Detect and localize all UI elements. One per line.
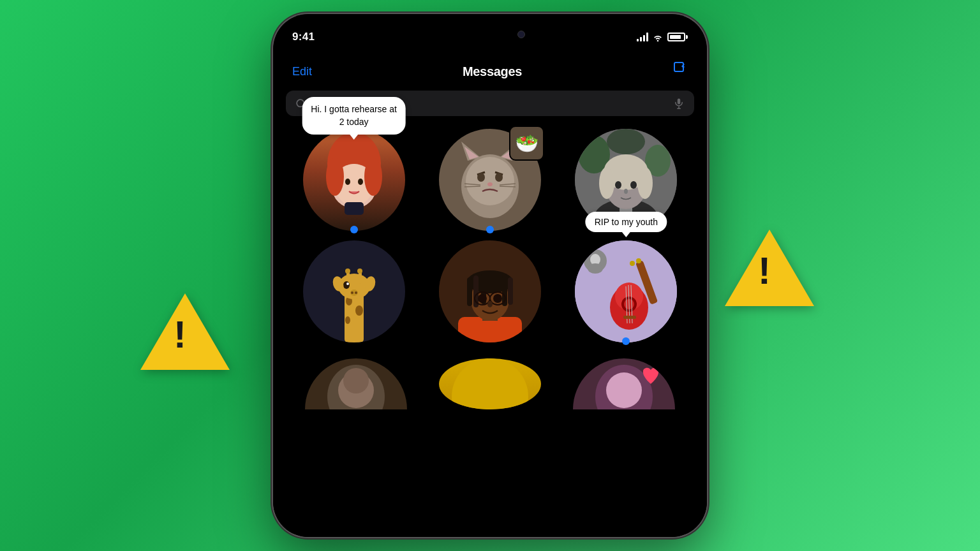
message-bubble: Hi. I gotta rehearse at2 today [302,97,406,135]
svg-point-40 [624,189,628,194]
avatar-wrapper: 🥗 [439,129,541,231]
dynamic-island [449,23,531,46]
svg-point-71 [493,294,502,303]
status-time: 9:41 [292,31,315,43]
unread-indicator [350,226,358,233]
contact-item-partial[interactable] [305,358,407,409]
contact-item-partial[interactable] [573,358,675,409]
warning-triangle-right [725,230,814,306]
svg-point-54 [355,291,357,294]
svg-point-39 [630,181,637,189]
warning-icon-left [140,293,230,370]
edit-button[interactable]: Edit [292,65,312,78]
avatar-wrapper: Hi. I gotta rehearse at2 today [303,129,405,231]
front-camera [517,31,525,38]
svg-point-21 [477,173,485,182]
microphone-icon[interactable] [673,98,685,109]
svg-point-53 [351,291,353,294]
unread-indicator [486,226,494,233]
contacts-grid: Hi. I gotta rehearse at2 today [286,129,694,342]
avatar-wrapper [439,240,541,342]
svg-point-90 [343,368,369,393]
svg-point-91 [452,358,528,409]
svg-point-20 [466,157,514,205]
svg-point-70 [478,294,487,303]
svg-rect-62 [467,277,472,306]
compose-button[interactable] [672,61,688,80]
svg-point-22 [495,173,503,182]
app-title: Messages [463,64,522,79]
svg-point-79 [630,261,635,266]
svg-point-44 [345,316,350,324]
bottom-contacts-row [286,352,694,409]
svg-point-11 [358,179,363,185]
battery-icon [667,33,688,41]
avatar-circle [575,240,677,342]
svg-point-36 [599,167,614,199]
svg-point-31 [607,129,645,154]
svg-point-23 [487,182,493,186]
svg-point-93 [606,372,642,408]
phone-frame: 9:41 [273,14,707,537]
messages-app: Edit Messages Search [273,52,707,537]
avatar-circle [303,129,405,231]
svg-line-27 [500,186,516,187]
contact-item-partial[interactable] [439,358,541,409]
signal-icon [637,33,648,41]
avatar-circle [439,240,541,342]
svg-point-10 [345,179,350,185]
warning-icon-right [725,230,814,306]
contact-item[interactable]: 🥗 [425,129,554,231]
svg-point-0 [657,40,659,41]
svg-rect-12 [345,202,364,215]
svg-rect-4 [678,99,681,105]
svg-point-49 [357,268,362,274]
avatar-wrapper [303,240,405,342]
svg-line-25 [464,186,480,187]
svg-point-38 [615,181,621,189]
svg-point-43 [355,305,363,316]
svg-point-76 [588,263,603,274]
nav-bar: Edit Messages [286,52,694,87]
phone-screen: 9:41 [273,14,707,537]
svg-rect-66 [508,277,513,305]
svg-rect-87 [623,316,636,319]
svg-point-37 [637,167,653,199]
svg-point-50 [343,281,350,289]
svg-point-14 [364,158,382,196]
svg-point-48 [345,268,350,274]
media-thumbnail: 🥗 [509,126,544,161]
svg-point-78 [636,258,641,263]
warning-triangle-left [140,293,230,370]
contact-item[interactable]: RIP to my youth [561,240,691,342]
status-icons [637,33,688,41]
contact-item[interactable] [425,240,554,342]
svg-point-72 [487,301,493,307]
avatar-wrapper: RIP to my youth [575,240,677,342]
contact-item[interactable]: Hi. I gotta rehearse at2 today [289,129,419,231]
svg-point-13 [326,158,344,196]
svg-rect-1 [674,62,683,71]
wifi-icon [653,33,663,41]
unread-indicator [622,337,630,345]
avatar-circle [303,240,405,342]
message-bubble: RIP to my youth [586,212,667,232]
svg-point-51 [346,283,349,285]
contact-item[interactable] [289,240,419,342]
